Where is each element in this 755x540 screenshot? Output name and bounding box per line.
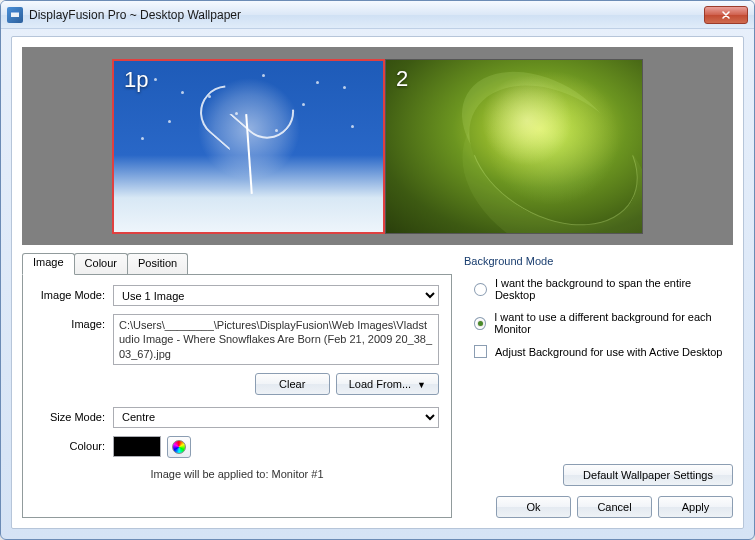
radio-each-monitor-label[interactable]: I want to use a different background for… xyxy=(494,311,733,335)
image-mode-select[interactable]: Use 1 Image xyxy=(113,285,439,306)
image-path-label: Image: xyxy=(35,314,113,330)
monitor-2-label: 2 xyxy=(396,66,408,92)
checkbox-active-desktop[interactable] xyxy=(474,345,487,358)
image-path-field[interactable]: C:\Users\________\Pictures\DisplayFusion… xyxy=(113,314,439,365)
dialog-button-area: Default Wallpaper Settings Ok Cancel App… xyxy=(496,464,733,518)
wallpaper-preview-1 xyxy=(114,61,383,232)
tab-panel-image: Image Mode: Use 1 Image Image: C:\Users\… xyxy=(22,274,452,518)
apply-button-label: Apply xyxy=(682,501,710,513)
svg-rect-1 xyxy=(11,11,19,13)
chevron-down-icon: ▼ xyxy=(417,380,426,390)
colour-swatch[interactable] xyxy=(113,436,161,457)
titlebar[interactable]: DisplayFusion Pro ~ Desktop Wallpaper xyxy=(1,1,754,29)
app-icon xyxy=(7,7,23,23)
background-mode-group: Background Mode I want the background to… xyxy=(464,255,733,368)
load-from-button-label: Load From... xyxy=(349,378,411,390)
ok-button[interactable]: Ok xyxy=(496,496,571,518)
window-title: DisplayFusion Pro ~ Desktop Wallpaper xyxy=(29,8,704,22)
colour-wheel-icon xyxy=(172,440,186,454)
monitor-2-preview[interactable]: 2 xyxy=(385,59,643,234)
checkbox-active-desktop-label[interactable]: Adjust Background for use with Active De… xyxy=(495,346,722,358)
image-mode-label: Image Mode: xyxy=(35,285,113,301)
tab-colour[interactable]: Colour xyxy=(74,253,128,274)
radio-each-monitor[interactable] xyxy=(474,317,486,330)
ok-button-label: Ok xyxy=(526,501,540,513)
colour-picker-button[interactable] xyxy=(167,436,191,458)
tab-position-label: Position xyxy=(138,257,177,269)
wallpaper-preview-2 xyxy=(386,60,642,233)
close-button[interactable] xyxy=(704,6,748,24)
cancel-button[interactable]: Cancel xyxy=(577,496,652,518)
cancel-button-label: Cancel xyxy=(597,501,631,513)
tab-colour-label: Colour xyxy=(85,257,117,269)
dialog-window: DisplayFusion Pro ~ Desktop Wallpaper 1p xyxy=(0,0,755,540)
clear-button-label: Clear xyxy=(279,378,305,390)
tab-strip: Image Colour Position xyxy=(22,253,452,274)
apply-button[interactable]: Apply xyxy=(658,496,733,518)
size-mode-select[interactable]: Centre xyxy=(113,407,439,428)
load-from-button[interactable]: Load From...▼ xyxy=(336,373,439,395)
default-settings-button[interactable]: Default Wallpaper Settings xyxy=(563,464,733,486)
dialog-body: 1p 2 Image Colour Position Image Mode: xyxy=(11,36,744,529)
clear-button[interactable]: Clear xyxy=(255,373,330,395)
radio-span-desktop-label[interactable]: I want the background to span the entire… xyxy=(495,277,733,301)
monitor-preview-area: 1p 2 xyxy=(22,47,733,245)
size-mode-label: Size Mode: xyxy=(35,407,113,423)
monitor-1-preview[interactable]: 1p xyxy=(112,59,385,234)
applied-to-text: Image will be applied to: Monitor #1 xyxy=(35,468,439,480)
tab-image-label: Image xyxy=(33,256,64,268)
default-settings-label: Default Wallpaper Settings xyxy=(583,469,713,481)
monitor-1-label: 1p xyxy=(124,67,148,93)
colour-label: Colour: xyxy=(35,436,113,452)
tab-image[interactable]: Image xyxy=(22,253,75,275)
tab-position[interactable]: Position xyxy=(127,253,188,274)
background-mode-title: Background Mode xyxy=(464,255,733,267)
radio-span-desktop[interactable] xyxy=(474,283,487,296)
